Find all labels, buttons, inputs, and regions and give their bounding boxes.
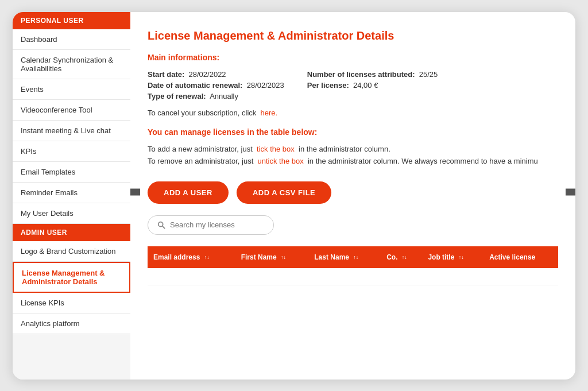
add-user-button[interactable]: ADD A USER [148, 181, 229, 204]
sidebar-item-license-kpis[interactable]: License KPIs [13, 293, 130, 313]
search-box [148, 215, 274, 235]
table-header-row: Email address ↑↓ First Name ↑↓ Last Name… [148, 246, 558, 268]
add-csv-button[interactable]: ADD A CSV FILE [237, 181, 331, 204]
licenses-value: 25/25 [419, 70, 438, 79]
sidebar-item-calendar[interactable]: Calendar Synchronization & Availabilitie… [13, 50, 130, 79]
page-title: License Management & Administrator Detai… [148, 29, 558, 42]
col-company: Co. ↑↓ [381, 246, 422, 268]
svg-point-2 [158, 222, 163, 226]
col-firstname: First Name ↑↓ [235, 246, 309, 268]
table-row-empty [148, 268, 558, 285]
search-icon [157, 220, 165, 230]
manage-text-block: You can manage licenses in the table bel… [148, 127, 558, 165]
main-content: License Management & Administrator Detai… [130, 12, 575, 380]
per-license-line: Per license: 24,00 € [307, 81, 438, 90]
buttons-row: ADD A USER ADD A CSV FILE [148, 181, 331, 204]
sidebar-item-logo-brand[interactable]: Logo & Brand Customization [13, 241, 130, 262]
left-info-block: Start date: 28/02/2022 Date of automatic… [148, 70, 284, 100]
renewal-date-line: Date of automatic renewal: 28/02/2023 [148, 81, 284, 90]
sort-lastname-icon[interactable]: ↑↓ [353, 254, 358, 260]
sidebar-item-videoconference[interactable]: Videoconference Tool [13, 100, 130, 121]
search-container [148, 215, 558, 235]
section2-subtitle: You can manage licenses in the table bel… [148, 127, 558, 137]
tick-box-link[interactable]: tick the box [257, 145, 295, 153]
sidebar-item-license-management[interactable]: License Management & Administrator Detai… [13, 262, 130, 293]
right-arrow [566, 181, 575, 206]
licenses-table: Email address ↑↓ First Name ↑↓ Last Name… [148, 246, 558, 286]
cancel-text: To cancel your subscription, click here. [148, 109, 558, 117]
sidebar: PERSONAL USER Dashboard Calendar Synchro… [13, 12, 130, 380]
renewal-type-value: Annually [210, 92, 238, 100]
col-active-license: Active license [483, 246, 558, 268]
sort-jobtitle-icon[interactable]: ↑↓ [459, 254, 464, 260]
sidebar-item-reminder-emails[interactable]: Reminder Emails [13, 183, 130, 203]
sidebar-item-events[interactable]: Events [13, 79, 130, 100]
licenses-label: Number of licenses attributed: [307, 70, 415, 79]
start-date-value: 28/02/2022 [189, 70, 226, 79]
sidebar-item-my-user-details[interactable]: My User Details [13, 203, 130, 224]
renewal-date-label: Date of automatic renewal: [148, 81, 242, 90]
svg-marker-0 [130, 181, 140, 204]
sidebar-item-email-templates[interactable]: Email Templates [13, 162, 130, 183]
cancel-link[interactable]: here. [261, 109, 278, 117]
per-license-label: Per license: [307, 81, 349, 90]
col-jobtitle: Job title ↑↓ [422, 246, 483, 268]
untick-box-link[interactable]: untick the box [257, 157, 303, 165]
sidebar-item-dashboard[interactable]: Dashboard [13, 29, 130, 50]
personal-user-header: PERSONAL USER [13, 12, 130, 29]
section1-subtitle: Main informations: [148, 53, 558, 62]
add-instruction: To add a new administrator, just tick th… [148, 145, 558, 153]
sidebar-item-instant-meeting[interactable]: Instant meeting & Live chat [13, 121, 130, 141]
sort-firstname-icon[interactable]: ↑↓ [281, 254, 286, 260]
right-info-block: Number of licenses attributed: 25/25 Per… [307, 70, 438, 100]
sort-email-icon[interactable]: ↑↓ [204, 254, 210, 260]
col-email: Email address ↑↓ [148, 246, 235, 268]
left-arrow [130, 181, 140, 206]
col-lastname: Last Name ↑↓ [308, 246, 381, 268]
remove-instruction: To remove an administrator, just untick … [148, 157, 558, 165]
sidebar-item-kpis[interactable]: KPIs [13, 141, 130, 162]
sort-company-icon[interactable]: ↑↓ [402, 254, 407, 260]
start-date-line: Start date: 28/02/2022 [148, 70, 284, 79]
table-container: Email address ↑↓ First Name ↑↓ Last Name… [148, 246, 558, 286]
svg-marker-1 [566, 181, 575, 204]
svg-line-3 [163, 226, 165, 228]
renewal-type-label: Type of renewal: [148, 92, 206, 100]
start-date-label: Start date: [148, 70, 184, 79]
sidebar-item-analytics[interactable]: Analytics platform [13, 313, 130, 334]
search-input[interactable] [170, 220, 264, 229]
licenses-line: Number of licenses attributed: 25/25 [307, 70, 438, 79]
renewal-type-line: Type of renewal: Annually [148, 92, 284, 100]
renewal-date-value: 28/02/2023 [247, 81, 284, 90]
admin-user-header: ADMIN USER [13, 224, 130, 241]
buttons-area: ADD A USER ADD A CSV FILE [148, 171, 558, 215]
per-license-value: 24,00 € [353, 81, 378, 90]
info-rows: Start date: 28/02/2022 Date of automatic… [148, 70, 558, 100]
